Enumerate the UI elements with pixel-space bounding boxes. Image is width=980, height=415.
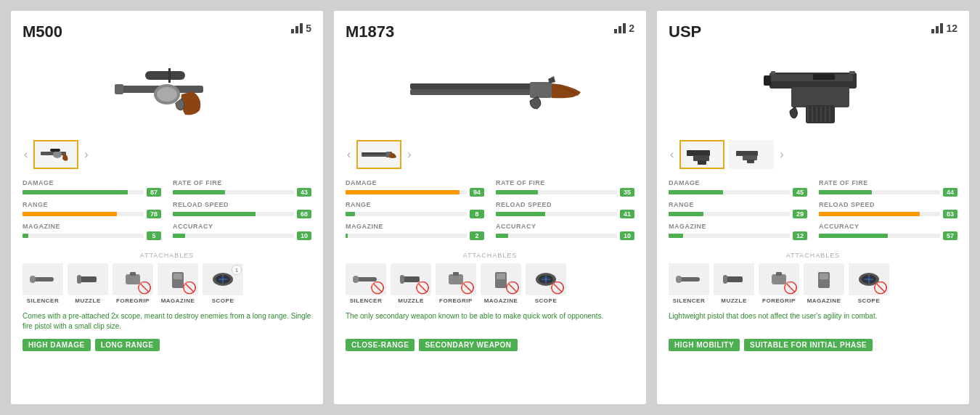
svg-rect-60 xyxy=(736,151,758,156)
stat-label-damage: DAMAGE xyxy=(23,179,161,186)
attach-img-silencer: 🚫 xyxy=(346,263,386,295)
attach-img-muzzle xyxy=(714,263,754,295)
stat-bar-fill-range xyxy=(23,212,117,216)
card-description: Lightweight pistol that does not affect … xyxy=(669,311,957,333)
svg-rect-5 xyxy=(115,84,123,94)
attachables-row: 🚫 SILENCER 🚫 MUZZLE 🚫 FOREGRIP xyxy=(346,263,634,304)
stat-value-damage: 94 xyxy=(470,188,484,197)
svg-rect-0 xyxy=(145,71,185,80)
card-rank: 2 xyxy=(614,22,634,34)
svg-rect-27 xyxy=(362,152,388,155)
thumbnail-row: ‹ › xyxy=(669,140,957,169)
card-description: The only secondary weapon known to be ab… xyxy=(346,311,634,333)
stat-value-rate_of_fire: 35 xyxy=(620,188,634,197)
attachables-row: SILENCER MUZZLE 🚫 FOREGRIP xyxy=(669,263,957,304)
thumb-prev-btn[interactable]: ‹ xyxy=(23,148,29,161)
attach-name-foregrip: FOREGRIP xyxy=(439,297,473,304)
svg-rect-58 xyxy=(693,155,709,161)
stat-bar-bg-range xyxy=(23,212,144,216)
weapon-card-m500: M500 5 ‹ › xyxy=(11,11,323,404)
thumb-next-btn[interactable]: › xyxy=(406,148,412,161)
attach-img-scope: 🚫 xyxy=(526,263,566,295)
stat-bar-fill-range xyxy=(669,212,703,216)
attach-item-magazine: MAGAZINE xyxy=(804,263,844,304)
stat-bar-fill-rate_of_fire xyxy=(819,190,872,194)
stat-bar-bg-damage xyxy=(346,190,467,194)
stat-label-magazine: MAGAZINE xyxy=(669,223,807,230)
stat-value-rate_of_fire: 44 xyxy=(943,188,957,197)
svg-rect-37 xyxy=(497,274,505,279)
card-title: M1873 xyxy=(346,22,394,41)
stat-bar-bg-magazine xyxy=(23,234,144,238)
attachables-label: ATTACHABLES xyxy=(346,252,634,259)
card-rank: 12 xyxy=(931,22,957,34)
svg-rect-23 xyxy=(410,89,534,95)
tag: LONG RANGE xyxy=(95,339,160,351)
svg-rect-31 xyxy=(353,276,359,283)
card-header: USP 12 xyxy=(669,22,957,41)
stat-bar-fill-magazine xyxy=(669,234,683,238)
svg-rect-11 xyxy=(79,276,97,282)
attach-img-muzzle: 🚫 xyxy=(391,263,431,295)
stat-damage: DAMAGE 87 xyxy=(23,179,161,197)
attach-name-muzzle: MUZZLE xyxy=(398,297,423,304)
thumb-next-btn[interactable]: › xyxy=(83,148,89,161)
attach-item-magazine: 🚫 MAGAZINE xyxy=(158,263,198,304)
stat-rate_of_fire: RATE OF FIRE 44 xyxy=(819,179,957,197)
stat-bar-fill-range xyxy=(346,212,355,216)
stat-bar-fill-rate_of_fire xyxy=(173,190,225,194)
stat-label-magazine: MAGAZINE xyxy=(23,223,161,230)
thumbnail-row: ‹ › xyxy=(346,140,634,169)
stat-value-reload_speed: 41 xyxy=(620,210,634,218)
attach-item-muzzle: 🚫 MUZZLE xyxy=(391,263,431,304)
stat-bar-fill-accuracy xyxy=(496,234,508,238)
attachables-row: SILENCER MUZZLE 🚫 FOREGRIP xyxy=(23,263,311,304)
thumb-item-1[interactable] xyxy=(729,140,774,169)
stat-reload_speed: RELOAD SPEED 83 xyxy=(819,201,957,218)
stat-accuracy: ACCURACY 10 xyxy=(173,223,311,240)
svg-rect-10 xyxy=(30,276,36,283)
attach-name-magazine: MAGAZINE xyxy=(807,297,841,304)
thumb-item-0[interactable] xyxy=(679,140,724,169)
stat-value-range: 78 xyxy=(147,210,161,218)
thumb-item-0[interactable] xyxy=(33,140,78,169)
stat-bar-bg-reload_speed xyxy=(496,212,617,216)
attach-img-muzzle xyxy=(68,263,108,295)
stat-magazine: MAGAZINE 12 xyxy=(669,223,807,240)
stat-label-rate_of_fire: RATE OF FIRE xyxy=(496,179,634,186)
attach-name-muzzle: MUZZLE xyxy=(75,297,100,304)
thumb-item-0[interactable] xyxy=(356,140,401,169)
stat-label-reload_speed: RELOAD SPEED xyxy=(496,201,634,208)
stat-label-accuracy: ACCURACY xyxy=(819,223,957,230)
stat-bar-bg-rate_of_fire xyxy=(496,190,617,194)
attach-img-foregrip: 🚫 xyxy=(113,263,153,295)
stat-bar-fill-reload_speed xyxy=(819,212,920,216)
attach-item-foregrip: 🚫 FOREGRIP xyxy=(759,263,799,304)
attach-item-scope: 1 SCOPE xyxy=(203,263,243,304)
thumb-prev-btn[interactable]: ‹ xyxy=(669,148,675,161)
svg-rect-28 xyxy=(362,155,388,157)
stat-value-magazine: 12 xyxy=(793,231,807,240)
svg-rect-54 xyxy=(849,71,855,74)
svg-rect-57 xyxy=(687,150,710,156)
svg-rect-44 xyxy=(769,74,853,81)
attach-item-magazine: 🚫 MAGAZINE xyxy=(481,263,521,304)
tag: SUITABLE FOR INITIAL PHASE xyxy=(744,339,873,351)
svg-rect-46 xyxy=(791,87,849,107)
svg-rect-12 xyxy=(77,275,81,284)
attachables-label: ATTACHABLES xyxy=(669,252,957,259)
attach-item-foregrip: 🚫 FOREGRIP xyxy=(113,263,153,304)
svg-rect-68 xyxy=(776,272,782,276)
stat-accuracy: ACCURACY 57 xyxy=(819,223,957,240)
thumb-next-btn[interactable]: › xyxy=(778,148,785,161)
stat-bar-bg-rate_of_fire xyxy=(819,190,940,194)
stat-reload_speed: RELOAD SPEED 68 xyxy=(173,201,311,218)
stat-range: RANGE 8 xyxy=(346,201,484,218)
thumb-prev-btn[interactable]: ‹ xyxy=(346,148,352,161)
stat-value-magazine: 5 xyxy=(147,231,161,240)
thumbnail-row: ‹ › xyxy=(23,140,311,169)
stat-label-damage: DAMAGE xyxy=(346,179,484,186)
card-description: Comes with a pre-attached 2x scope, mean… xyxy=(23,311,311,333)
stat-accuracy: ACCURACY 10 xyxy=(496,223,634,240)
attach-img-silencer xyxy=(23,263,63,295)
